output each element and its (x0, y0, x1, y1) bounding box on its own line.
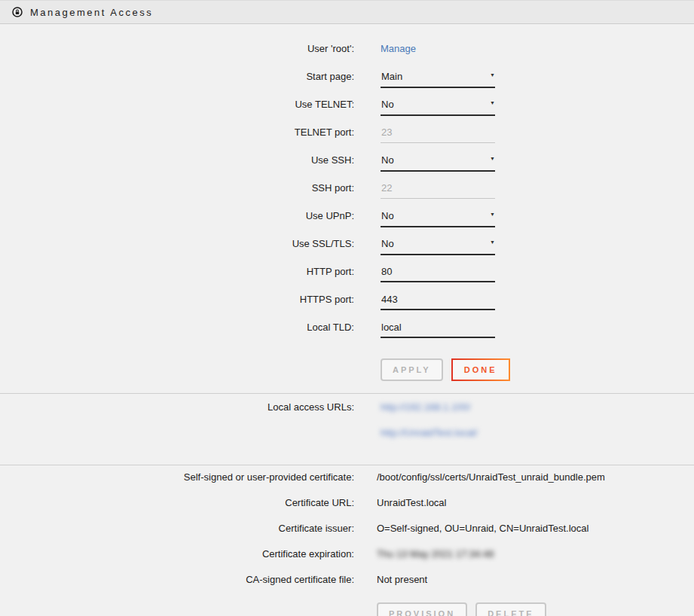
row-start-page: Start page: Main ▼ (0, 71, 694, 99)
row-https-port: HTTPS port: (0, 294, 694, 322)
page-title: Management Access (30, 7, 153, 18)
cert-expiration-value: Thu 13 May 2021 17:34:48 (377, 548, 494, 560)
management-access-form: User 'root': Manage Start page: Main ▼ U… (0, 24, 694, 381)
user-root-label: User 'root': (0, 43, 354, 54)
https-port-input[interactable] (381, 294, 495, 310)
use-upnp-value: No (381, 210, 394, 221)
chevron-down-icon: ▼ (490, 156, 495, 161)
chevron-down-icon: ▼ (490, 72, 495, 78)
row-use-ssh: Use SSH: No ▼ (0, 154, 694, 182)
row-cert-issuer: Certificate issuer: O=Self-signed, OU=Un… (0, 523, 694, 548)
cert-issuer-value: O=Self-signed, OU=Unraid, CN=UnraidTest.… (377, 523, 589, 534)
certificate-buttons: PROVISION DELETE (377, 602, 694, 616)
use-upnp-label: Use UPnP: (0, 210, 354, 221)
local-tld-label: Local TLD: (0, 322, 354, 333)
ssh-port-label: SSH port: (0, 182, 354, 194)
http-port-label: HTTP port: (0, 266, 354, 277)
cert-url-label: Certificate URL: (0, 497, 354, 508)
use-telnet-select[interactable]: No ▼ (381, 99, 495, 116)
cert-expiration-label: Certificate expiration: (0, 548, 354, 560)
use-ssl-value: No (381, 238, 394, 249)
use-ssl-select[interactable]: No ▼ (381, 238, 495, 255)
http-port-input[interactable] (381, 266, 495, 282)
use-telnet-value: No (381, 99, 394, 110)
use-ssh-label: Use SSH: (0, 154, 354, 166)
row-telnet-port: TELNET port: (0, 127, 694, 154)
row-ca-cert-file: CA-signed certificate file: Not present (0, 574, 694, 599)
certificate-section: Self-signed or user-provided certificate… (0, 465, 694, 616)
use-ssh-value: No (381, 154, 394, 166)
row-http-port: HTTP port: (0, 266, 694, 294)
telnet-port-input (381, 127, 495, 143)
lock-circle-icon (12, 7, 23, 17)
cert-file-label: Self-signed or user-provided certificate… (0, 471, 354, 483)
use-ssl-label: Use SSL/TLS: (0, 238, 354, 249)
local-access-url-hostname[interactable]: http://UnraidTest.local/ (381, 427, 478, 438)
telnet-port-label: TELNET port: (0, 127, 354, 138)
row-cert-expiration: Certificate expiration: Thu 13 May 2021 … (0, 548, 694, 574)
use-telnet-label: Use TELNET: (0, 99, 354, 110)
start-page-label: Start page: (0, 71, 354, 82)
local-access-section: Local access URLs: http://192.168.1.100/… (0, 394, 694, 453)
cert-issuer-label: Certificate issuer: (0, 523, 354, 534)
done-button[interactable]: DONE (451, 358, 510, 381)
chevron-down-icon: ▼ (490, 239, 495, 245)
chevron-down-icon: ▼ (490, 212, 495, 217)
local-access-url-ip[interactable]: http://192.168.1.100/ (381, 401, 470, 413)
row-local-access-url-1: Local access URLs: http://192.168.1.100/ (0, 401, 694, 427)
row-ssh-port: SSH port: (0, 182, 694, 210)
row-user-root: User 'root': Manage (0, 43, 694, 71)
form-buttons: APPLY DONE (381, 358, 694, 381)
provision-button[interactable]: PROVISION (377, 602, 467, 616)
section-header: Management Access (0, 0, 694, 24)
delete-button[interactable]: DELETE (475, 602, 546, 616)
ca-cert-file-label: CA-signed certificate file: (0, 574, 354, 585)
start-page-value: Main (381, 71, 402, 82)
https-port-label: HTTPS port: (0, 294, 354, 305)
chevron-down-icon: ▼ (490, 100, 495, 105)
start-page-select[interactable]: Main ▼ (381, 71, 495, 88)
use-ssh-select[interactable]: No ▼ (381, 154, 495, 172)
ca-cert-file-value: Not present (377, 574, 427, 585)
row-use-telnet: Use TELNET: No ▼ (0, 99, 694, 127)
local-access-urls-label: Local access URLs: (0, 401, 354, 413)
manage-link[interactable]: Manage (381, 43, 416, 54)
row-cert-url: Certificate URL: UnraidTest.local (0, 497, 694, 523)
row-cert-file: Self-signed or user-provided certificate… (0, 471, 694, 497)
row-use-upnp: Use UPnP: No ▼ (0, 210, 694, 238)
apply-button[interactable]: APPLY (381, 358, 443, 381)
ssh-port-input (381, 182, 495, 199)
cert-url-value: UnraidTest.local (377, 497, 447, 508)
use-upnp-select[interactable]: No ▼ (381, 210, 495, 227)
row-local-access-url-2: http://UnraidTest.local/ (0, 427, 694, 453)
row-local-tld: Local TLD: (0, 322, 694, 349)
cert-file-value: /boot/config/ssl/certs/UnraidTest_unraid… (377, 471, 605, 483)
row-use-ssl: Use SSL/TLS: No ▼ (0, 238, 694, 266)
local-tld-input[interactable] (381, 322, 495, 338)
